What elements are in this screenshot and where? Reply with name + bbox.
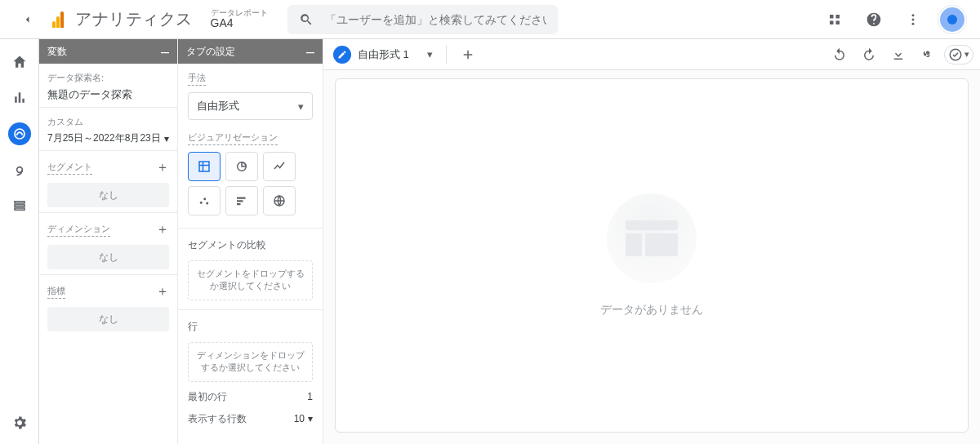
svg-rect-7 xyxy=(15,96,17,103)
collapse-tab-settings[interactable]: – xyxy=(306,43,314,60)
show-rows-label: 表示する行数 xyxy=(188,412,247,426)
svg-point-4 xyxy=(912,14,915,16)
empty-illustration xyxy=(607,193,697,283)
svg-rect-0 xyxy=(830,15,834,19)
viz-label: ビジュアリゼーション xyxy=(188,131,278,145)
check-circle-icon xyxy=(948,47,963,62)
empty-message: データがありません xyxy=(600,303,703,317)
technique-label: 手法 xyxy=(188,72,206,86)
svg-rect-22 xyxy=(237,203,241,205)
edit-icon xyxy=(333,46,351,64)
status-pill[interactable]: ▾ xyxy=(944,45,973,64)
svg-point-10 xyxy=(15,129,24,139)
rail-explore[interactable] xyxy=(8,122,31,145)
share-button[interactable] xyxy=(915,42,941,68)
svg-rect-8 xyxy=(18,92,20,103)
kebab-icon[interactable] xyxy=(897,3,929,36)
viz-donut[interactable] xyxy=(225,152,258,181)
metrics-label: 指標 xyxy=(47,285,65,299)
add-segment[interactable]: ＋ xyxy=(156,159,169,176)
svg-rect-2 xyxy=(830,20,834,24)
rail-admin[interactable] xyxy=(8,411,31,434)
rail-advertising[interactable] xyxy=(8,158,31,181)
technique-select[interactable]: 自由形式 ▾ xyxy=(188,92,313,120)
back-button[interactable] xyxy=(11,3,44,36)
dropdown-arrow-icon: ▾ xyxy=(298,100,304,113)
svg-rect-3 xyxy=(836,20,840,24)
add-tab[interactable] xyxy=(455,42,481,68)
svg-rect-9 xyxy=(22,99,24,103)
download-button[interactable] xyxy=(885,42,911,68)
rail-home[interactable] xyxy=(8,51,31,73)
exploration-name[interactable]: 無題のデータ探索 xyxy=(47,87,169,102)
dimensions-none: なし xyxy=(47,245,169,269)
account-avatar[interactable] xyxy=(936,3,969,36)
rail-configure[interactable] xyxy=(8,194,31,217)
viz-picker xyxy=(188,152,313,215)
svg-rect-15 xyxy=(199,162,209,171)
nav-rail xyxy=(0,39,39,444)
svg-rect-20 xyxy=(237,198,246,199)
redo-button[interactable] xyxy=(856,42,882,68)
segment-compare-label: セグメントの比較 xyxy=(188,238,313,252)
help-icon[interactable] xyxy=(858,3,890,36)
report-canvas: 自由形式 1 ▾ ▾ データがありません xyxy=(323,39,980,444)
viz-line[interactable] xyxy=(263,152,296,181)
exploration-name-label: データ探索名: xyxy=(47,72,169,84)
product-name: アナリティクス xyxy=(75,8,193,30)
tab-settings-panel: タブの設定 – 手法 自由形式 ▾ ビジュアリゼーション セグメントの比較 セグ… xyxy=(178,39,323,444)
svg-point-18 xyxy=(203,198,206,200)
svg-rect-21 xyxy=(237,200,243,202)
search-input[interactable] xyxy=(325,13,546,26)
search-box[interactable] xyxy=(287,5,558,34)
canvas-tab[interactable]: 自由形式 1 ▾ xyxy=(330,42,438,67)
dropdown-arrow-icon: ▾ xyxy=(164,133,169,144)
svg-point-6 xyxy=(912,22,915,24)
search-icon xyxy=(299,12,314,27)
segments-none: なし xyxy=(47,183,169,207)
viz-table[interactable] xyxy=(188,152,220,181)
viz-scatter[interactable] xyxy=(188,186,220,215)
add-dimension[interactable]: ＋ xyxy=(156,221,169,238)
report-card: データがありません xyxy=(335,78,969,433)
tab-settings-title: タブの設定 xyxy=(186,45,235,59)
date-range[interactable]: 7月25日～2022年8月23日 ▾ xyxy=(47,131,169,145)
first-row-label: 最初の行 xyxy=(188,390,227,404)
dropdown-arrow-icon: ▾ xyxy=(308,413,313,424)
svg-rect-1 xyxy=(836,15,840,19)
viz-geo[interactable] xyxy=(263,186,296,215)
dropdown-arrow-icon: ▾ xyxy=(427,48,433,60)
svg-rect-13 xyxy=(15,205,24,206)
viz-bar[interactable] xyxy=(225,186,258,215)
svg-rect-14 xyxy=(15,208,24,210)
svg-point-5 xyxy=(912,18,915,20)
first-row-value[interactable]: 1 xyxy=(307,391,313,402)
svg-rect-12 xyxy=(15,202,24,203)
show-rows-select[interactable]: 10 ▾ xyxy=(294,413,313,424)
rows-drop[interactable]: ディメンションをドロップするか選択してください xyxy=(188,342,313,382)
variables-panel-title: 変数 xyxy=(47,45,67,59)
variables-panel: 変数 – データ探索名: 無題のデータ探索 カスタム 7月25日～2022年8月… xyxy=(39,39,178,444)
dimensions-label: ディメンション xyxy=(47,223,110,237)
date-range-label: カスタム xyxy=(47,116,169,128)
rail-reports[interactable] xyxy=(8,87,31,109)
undo-button[interactable] xyxy=(826,42,853,68)
analytics-logo xyxy=(52,11,64,28)
rows-label: 行 xyxy=(188,320,313,334)
apps-icon[interactable] xyxy=(818,3,851,36)
collapse-variables[interactable]: – xyxy=(161,43,169,60)
svg-point-17 xyxy=(200,202,203,204)
metrics-none: なし xyxy=(47,307,169,331)
property-selector[interactable]: データレポート GA4 xyxy=(211,8,268,29)
segments-label: セグメント xyxy=(47,161,92,175)
svg-point-19 xyxy=(206,202,208,205)
add-metric[interactable]: ＋ xyxy=(156,283,169,300)
segment-compare-drop[interactable]: セグメントをドロップするか選択してください xyxy=(188,260,313,300)
